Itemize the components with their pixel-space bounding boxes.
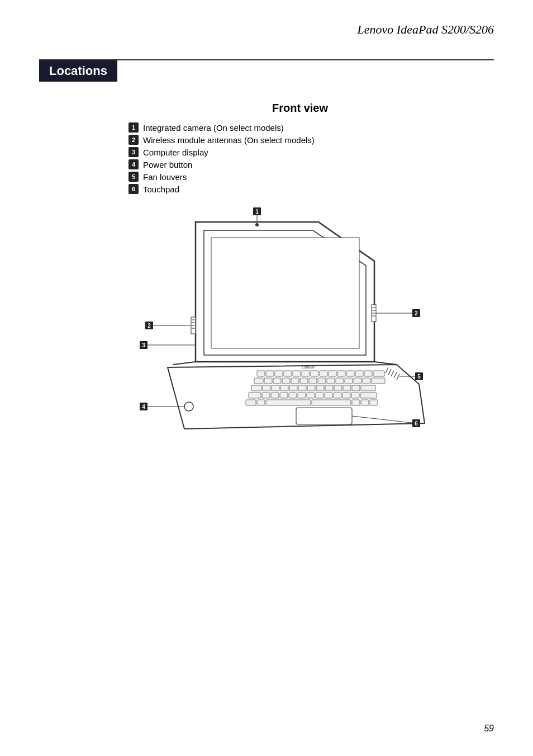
svg-rect-61 bbox=[370, 400, 378, 405]
list-item: 3 Computer display bbox=[129, 147, 494, 157]
list-item: 4 Power button bbox=[129, 159, 494, 169]
list-item: 2 Wireless module antennas (On select mo… bbox=[129, 135, 494, 145]
svg-rect-11 bbox=[346, 371, 354, 376]
page-header-title: Lenovo IdeaPad S200/S206 bbox=[39, 22, 494, 42]
svg-rect-48 bbox=[307, 393, 315, 398]
svg-rect-19 bbox=[291, 378, 299, 384]
svg-rect-12 bbox=[355, 371, 363, 376]
badge-5: 5 bbox=[129, 172, 139, 182]
svg-text:Lenovo: Lenovo bbox=[302, 365, 315, 369]
svg-rect-56 bbox=[257, 400, 265, 405]
svg-rect-41 bbox=[361, 385, 375, 391]
svg-rect-31 bbox=[272, 385, 279, 391]
svg-rect-32 bbox=[280, 385, 288, 391]
svg-rect-7 bbox=[311, 371, 318, 376]
svg-rect-46 bbox=[289, 393, 297, 398]
badge-1: 1 bbox=[129, 122, 139, 133]
svg-rect-51 bbox=[334, 393, 341, 398]
item-text-6: Touchpad bbox=[143, 185, 179, 194]
list-item: 5 Fan louvers bbox=[129, 172, 494, 182]
svg-rect-10 bbox=[337, 371, 345, 376]
header-title-text: Lenovo IdeaPad S200/S206 bbox=[358, 22, 494, 36]
svg-rect-47 bbox=[298, 393, 306, 398]
badge-6: 6 bbox=[129, 184, 139, 194]
svg-point-79 bbox=[184, 402, 193, 411]
svg-rect-2 bbox=[266, 371, 274, 376]
item-text-1: Integrated camera (On select models) bbox=[143, 123, 284, 133]
section-banner: Locations bbox=[39, 59, 494, 93]
svg-rect-15 bbox=[254, 378, 263, 384]
svg-rect-21 bbox=[309, 378, 317, 384]
svg-rect-58 bbox=[312, 400, 351, 405]
svg-rect-17 bbox=[273, 378, 281, 384]
svg-rect-13 bbox=[364, 371, 372, 376]
svg-rect-9 bbox=[329, 371, 336, 376]
svg-rect-37 bbox=[325, 385, 333, 391]
svg-rect-55 bbox=[246, 400, 256, 405]
svg-rect-14 bbox=[373, 371, 384, 376]
svg-text:3: 3 bbox=[142, 342, 145, 348]
svg-rect-35 bbox=[307, 385, 315, 391]
svg-rect-20 bbox=[300, 378, 308, 384]
page-number: 59 bbox=[484, 724, 494, 734]
svg-rect-0 bbox=[211, 238, 359, 348]
badge-2: 2 bbox=[129, 135, 139, 145]
svg-text:4: 4 bbox=[142, 404, 145, 410]
svg-rect-16 bbox=[264, 378, 272, 384]
svg-rect-52 bbox=[342, 393, 350, 398]
svg-rect-63 bbox=[296, 408, 352, 424]
svg-rect-5 bbox=[293, 371, 301, 376]
svg-rect-50 bbox=[325, 393, 332, 398]
svg-rect-8 bbox=[320, 371, 327, 376]
section-title: Locations bbox=[39, 60, 117, 82]
subsection-title: Front view bbox=[106, 102, 494, 115]
svg-rect-4 bbox=[284, 371, 292, 376]
svg-rect-49 bbox=[316, 393, 323, 398]
svg-rect-57 bbox=[266, 400, 311, 405]
svg-rect-54 bbox=[360, 393, 377, 398]
svg-rect-28 bbox=[372, 378, 385, 384]
svg-rect-59 bbox=[352, 400, 360, 405]
svg-rect-33 bbox=[289, 385, 297, 391]
laptop-diagram: Lenovo bbox=[84, 205, 430, 440]
laptop-svg: Lenovo bbox=[84, 205, 430, 440]
svg-rect-26 bbox=[354, 378, 361, 384]
svg-rect-18 bbox=[282, 378, 290, 384]
svg-text:5: 5 bbox=[417, 374, 421, 380]
item-text-2: Wireless module antennas (On select mode… bbox=[143, 135, 315, 145]
svg-rect-29 bbox=[251, 385, 261, 391]
svg-rect-36 bbox=[316, 385, 324, 391]
list-item: 6 Touchpad bbox=[129, 184, 494, 194]
svg-rect-45 bbox=[280, 393, 288, 398]
svg-rect-6 bbox=[302, 371, 310, 376]
svg-rect-23 bbox=[327, 378, 335, 384]
svg-rect-38 bbox=[334, 385, 342, 391]
svg-rect-22 bbox=[318, 378, 326, 384]
svg-rect-42 bbox=[249, 393, 261, 398]
item-list: 1 Integrated camera (On select models) 2… bbox=[129, 122, 494, 194]
svg-text:2: 2 bbox=[147, 323, 151, 329]
svg-rect-43 bbox=[262, 393, 270, 398]
item-text-3: Computer display bbox=[143, 148, 208, 157]
svg-text:2: 2 bbox=[415, 310, 418, 316]
svg-rect-34 bbox=[298, 385, 306, 391]
svg-rect-24 bbox=[336, 378, 344, 384]
page: Lenovo IdeaPad S200/S206 Locations Front… bbox=[0, 0, 533, 756]
svg-rect-27 bbox=[363, 378, 370, 384]
svg-rect-40 bbox=[352, 385, 360, 391]
svg-rect-60 bbox=[361, 400, 369, 405]
svg-rect-25 bbox=[345, 378, 353, 384]
svg-rect-53 bbox=[351, 393, 359, 398]
svg-rect-3 bbox=[275, 371, 283, 376]
item-text-5: Fan louvers bbox=[143, 172, 187, 182]
badge-3: 3 bbox=[129, 147, 139, 157]
list-item: 1 Integrated camera (On select models) bbox=[129, 122, 494, 133]
svg-text:6: 6 bbox=[415, 420, 418, 427]
svg-rect-44 bbox=[271, 393, 279, 398]
svg-text:1: 1 bbox=[255, 209, 259, 215]
svg-rect-30 bbox=[263, 385, 270, 391]
svg-rect-39 bbox=[343, 385, 351, 391]
svg-point-80 bbox=[255, 223, 259, 226]
svg-rect-1 bbox=[257, 371, 265, 376]
badge-4: 4 bbox=[129, 159, 139, 169]
